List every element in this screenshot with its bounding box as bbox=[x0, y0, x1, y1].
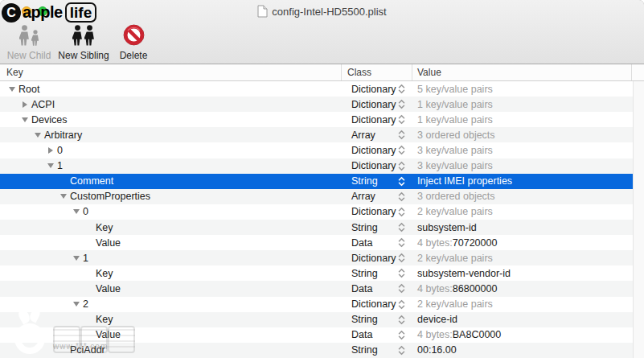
class-stepper-icon[interactable] bbox=[398, 84, 405, 94]
table-row[interactable]: Value Data 4 bytes: 86800000 bbox=[0, 281, 633, 296]
class-stepper-icon[interactable] bbox=[398, 299, 405, 310]
class-stepper-icon[interactable] bbox=[398, 114, 405, 125]
vertical-scrollbar[interactable] bbox=[633, 81, 644, 358]
class-cell[interactable]: String bbox=[342, 175, 412, 187]
new-sibling-button[interactable]: New Sibling bbox=[53, 23, 114, 61]
class-cell[interactable]: Dictionary bbox=[342, 99, 412, 110]
key-cell[interactable]: Arbitrary bbox=[0, 130, 342, 141]
class-cell[interactable]: String bbox=[342, 344, 412, 356]
class-stepper-icon[interactable] bbox=[398, 222, 405, 232]
class-stepper-icon[interactable] bbox=[398, 191, 405, 202]
key-cell[interactable]: 0 bbox=[0, 206, 342, 217]
value-cell[interactable]: 1 key/value pairs bbox=[412, 99, 633, 110]
value-cell[interactable]: 2 key/value pairs bbox=[412, 298, 633, 310]
class-cell[interactable]: Array bbox=[342, 130, 412, 141]
disclosure-triangle[interactable] bbox=[72, 208, 80, 216]
value-cell[interactable]: 4 bytes: 70720000 bbox=[412, 237, 633, 249]
disclosure-triangle[interactable] bbox=[47, 163, 54, 170]
table-row[interactable]: Key String subsystem-id bbox=[0, 220, 633, 235]
disclosure-triangle[interactable] bbox=[59, 193, 67, 200]
key-cell[interactable]: 0 bbox=[0, 145, 342, 156]
class-cell[interactable]: Dictionary bbox=[342, 145, 412, 156]
disclosure-triangle[interactable] bbox=[34, 131, 41, 138]
disclosure-triangle[interactable] bbox=[8, 85, 15, 93]
table-row[interactable]: CustomProperties Array 3 ordered objects bbox=[0, 189, 633, 204]
key-cell[interactable]: ACPI bbox=[0, 99, 342, 110]
class-stepper-icon[interactable] bbox=[398, 253, 405, 263]
class-cell[interactable]: String bbox=[342, 222, 412, 233]
class-cell[interactable]: String bbox=[342, 268, 412, 279]
table-row[interactable]: Value Data 4 bytes: BA8C0000 bbox=[0, 327, 633, 343]
column-header-key[interactable]: Key bbox=[0, 64, 342, 80]
class-cell[interactable]: String bbox=[342, 314, 412, 325]
table-row[interactable]: 1 Dictionary 2 key/value pairs bbox=[0, 250, 633, 265]
value-cell[interactable]: 4 bytes: BA8C0000 bbox=[412, 329, 633, 340]
class-stepper-icon[interactable] bbox=[398, 161, 405, 171]
disclosure-triangle[interactable] bbox=[21, 101, 28, 108]
class-stepper-icon[interactable] bbox=[398, 99, 405, 109]
class-cell[interactable]: Dictionary bbox=[342, 298, 412, 310]
class-cell[interactable]: Data bbox=[342, 329, 412, 340]
table-row[interactable]: Arbitrary Array 3 ordered objects bbox=[0, 127, 633, 142]
disclosure-triangle[interactable] bbox=[47, 146, 54, 154]
class-stepper-icon[interactable] bbox=[398, 237, 405, 248]
key-cell[interactable]: Value bbox=[0, 237, 342, 249]
class-cell[interactable]: Dictionary bbox=[342, 114, 412, 126]
table-row[interactable]: Key String subsystem-vendor-id bbox=[0, 265, 633, 281]
disclosure-triangle[interactable] bbox=[72, 254, 80, 261]
class-stepper-icon[interactable] bbox=[398, 330, 405, 340]
class-cell[interactable]: Data bbox=[342, 237, 412, 249]
value-cell[interactable]: 3 ordered objects bbox=[412, 191, 633, 202]
table-row[interactable]: ACPI Dictionary 1 key/value pairs bbox=[0, 97, 633, 112]
new-child-button[interactable]: New Child bbox=[3, 23, 55, 61]
class-cell[interactable]: Dictionary bbox=[342, 160, 412, 171]
value-cell[interactable]: subsystem-vendor-id bbox=[412, 268, 633, 279]
table-row[interactable]: 1 Dictionary 3 key/value pairs bbox=[0, 158, 633, 174]
value-cell[interactable]: device-id bbox=[412, 314, 633, 325]
value-cell[interactable]: subsystem-id bbox=[412, 222, 633, 233]
value-cell[interactable]: Inject IMEI properties bbox=[412, 175, 633, 187]
table-row[interactable]: Value Data 4 bytes: 70720000 bbox=[0, 235, 633, 250]
table-row[interactable]: Comment String Inject IMEI properties bbox=[0, 174, 633, 189]
value-cell[interactable]: 5 key/value pairs bbox=[412, 84, 633, 95]
value-cell[interactable]: 2 key/value pairs bbox=[412, 206, 633, 217]
key-cell[interactable]: Key bbox=[0, 222, 342, 233]
value-cell[interactable]: 00:16.00 bbox=[412, 344, 633, 356]
class-cell[interactable]: Dictionary bbox=[342, 84, 412, 95]
key-cell[interactable]: Comment bbox=[0, 175, 342, 187]
class-stepper-icon[interactable] bbox=[398, 268, 405, 278]
class-stepper-icon[interactable] bbox=[398, 283, 405, 294]
table-row[interactable]: 2 Dictionary 2 key/value pairs bbox=[0, 297, 633, 312]
key-cell[interactable]: Key bbox=[0, 268, 342, 279]
value-cell[interactable]: 3 key/value pairs bbox=[412, 145, 633, 156]
table-row[interactable]: 0 Dictionary 2 key/value pairs bbox=[0, 204, 633, 220]
value-cell[interactable]: 3 ordered objects bbox=[412, 130, 633, 141]
class-stepper-icon[interactable] bbox=[398, 207, 405, 217]
key-cell[interactable]: PciAddr bbox=[0, 344, 342, 356]
value-cell[interactable]: 1 key/value pairs bbox=[412, 114, 633, 126]
column-header-value[interactable]: Value bbox=[412, 64, 632, 80]
key-cell[interactable]: 1 bbox=[0, 253, 342, 264]
value-cell[interactable]: 2 key/value pairs bbox=[412, 253, 633, 264]
class-stepper-icon[interactable] bbox=[398, 176, 405, 187]
disclosure-triangle[interactable] bbox=[21, 116, 28, 123]
delete-button[interactable]: Delete bbox=[113, 23, 154, 61]
table-row[interactable]: Devices Dictionary 1 key/value pairs bbox=[0, 112, 633, 127]
class-stepper-icon[interactable] bbox=[398, 315, 405, 325]
class-stepper-icon[interactable] bbox=[398, 145, 405, 155]
table-row[interactable]: PciAddr String 00:16.00 bbox=[0, 343, 633, 358]
disclosure-triangle[interactable] bbox=[72, 301, 80, 308]
key-cell[interactable]: Value bbox=[0, 283, 342, 294]
value-cell[interactable]: 3 key/value pairs bbox=[412, 160, 633, 171]
key-cell[interactable]: Key bbox=[0, 314, 342, 325]
class-cell[interactable]: Data bbox=[342, 283, 412, 294]
key-cell[interactable]: Devices bbox=[0, 114, 342, 126]
class-stepper-icon[interactable] bbox=[398, 130, 405, 140]
column-header-class[interactable]: Class bbox=[342, 64, 412, 80]
key-cell[interactable]: Root bbox=[0, 84, 342, 95]
table-row[interactable]: Root Dictionary 5 key/value pairs bbox=[0, 81, 633, 97]
table-row[interactable]: 0 Dictionary 3 key/value pairs bbox=[0, 142, 633, 158]
key-cell[interactable]: 2 bbox=[0, 298, 342, 310]
class-cell[interactable]: Array bbox=[342, 191, 412, 202]
class-cell[interactable]: Dictionary bbox=[342, 206, 412, 217]
